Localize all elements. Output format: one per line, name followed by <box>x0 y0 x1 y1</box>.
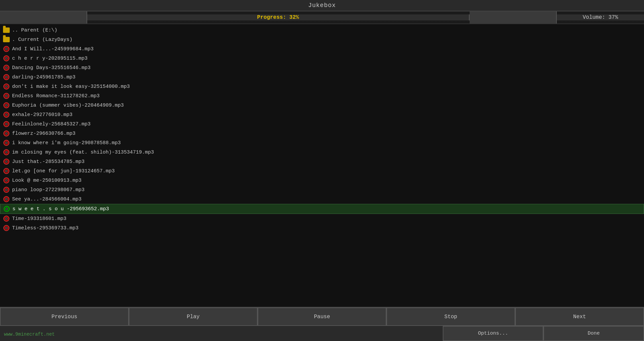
list-item[interactable]: Just that.-285534785.mp3 <box>0 157 644 166</box>
disc-icon <box>3 195 10 203</box>
list-item[interactable]: darling-245961785.mp3 <box>0 72 644 82</box>
progress-left-fill <box>0 11 87 23</box>
list-item[interactable]: Dancing Days-325516546.mp3 <box>0 63 644 72</box>
item-label: don't i make it look easy-325154000.mp3 <box>12 84 130 90</box>
list-item[interactable]: im closing my eyes (feat. shiloh)-313534… <box>0 148 644 157</box>
list-item[interactable]: Euphoria (summer vibes)-220464909.mp3 <box>0 101 644 110</box>
volume-section: Volume: 37% <box>470 11 644 23</box>
disc-icon <box>3 158 10 165</box>
disc-icon <box>3 177 10 184</box>
item-label: See ya...-284566004.mp3 <box>12 196 82 202</box>
item-label: let.go [one for jun]-193124657.mp3 <box>12 168 115 174</box>
item-label: . Current (LazyDays) <box>12 37 72 43</box>
app-title: Jukebox <box>308 2 336 9</box>
folder-icon <box>3 36 10 43</box>
item-label: Feelinlonely-256845327.mp3 <box>12 121 91 127</box>
volume-left-fill <box>470 11 557 23</box>
list-item[interactable]: flowerz-296630766.mp3 <box>0 129 644 138</box>
disc-icon <box>3 139 10 147</box>
progress-center: Progress: 32% <box>87 14 470 20</box>
list-item[interactable]: Feelinlonely-256845327.mp3 <box>0 119 644 129</box>
disc-icon <box>3 64 10 71</box>
status-bar: Progress: 32% Volume: 37% <box>0 11 644 24</box>
options-button[interactable]: Options... <box>443 326 543 341</box>
item-label: s w e e t . s o u -295693652.mp3 <box>12 206 109 212</box>
item-label: Endless Romance-311278262.mp3 <box>12 93 100 99</box>
disc-icon <box>3 130 10 137</box>
item-label: flowerz-296630766.mp3 <box>12 131 75 136</box>
progress-text: Progress: 32% <box>257 14 299 20</box>
disc-icon <box>3 83 10 90</box>
list-item[interactable]: Timeless-295369733.mp3 <box>0 223 644 233</box>
controls-row: Previous Play Pause Stop Next <box>0 307 644 326</box>
item-label: darling-245961785.mp3 <box>12 74 75 80</box>
disc-icon <box>3 167 10 175</box>
disc-icon <box>3 186 10 193</box>
volume-center: Volume: 37% <box>557 14 644 20</box>
item-label: im closing my eyes (feat. shiloh)-313534… <box>12 150 154 155</box>
pause-button[interactable]: Pause <box>258 307 386 326</box>
list-item[interactable]: let.go [one for jun]-193124657.mp3 <box>0 166 644 176</box>
list-item[interactable]: i know where i'm going-290878588.mp3 <box>0 138 644 148</box>
controls-bar: Previous Play Pause Stop Next Options...… <box>0 307 644 341</box>
stop-button[interactable]: Stop <box>386 307 515 326</box>
item-label: i know where i'm going-290878588.mp3 <box>12 140 121 146</box>
done-button[interactable]: Done <box>543 326 644 341</box>
item-label: Time-193318601.mp3 <box>12 216 66 222</box>
disc-icon <box>3 102 10 109</box>
disc-icon <box>3 215 10 222</box>
disc-icon <box>3 120 10 128</box>
next-button[interactable]: Next <box>515 307 644 326</box>
disc-icon <box>3 55 10 62</box>
item-label: Euphoria (summer vibes)-220464909.mp3 <box>12 103 124 108</box>
list-item[interactable]: And I Will...-245999684.mp3 <box>0 44 644 54</box>
item-label: Timeless-295369733.mp3 <box>12 225 78 231</box>
disc-icon <box>3 149 10 156</box>
list-item[interactable]: .. Parent (E:\) <box>0 25 644 35</box>
disc-icon <box>3 73 10 81</box>
volume-text: Volume: 37% <box>583 14 618 20</box>
disc-icon <box>3 92 10 100</box>
progress-section: Progress: 32% <box>0 11 470 23</box>
list-item[interactable]: Time-193318601.mp3 <box>0 214 644 223</box>
list-item[interactable]: See ya...-284566004.mp3 <box>0 194 644 204</box>
list-item[interactable]: Endless Romance-311278262.mp3 <box>0 91 644 101</box>
item-label: Dancing Days-325516546.mp3 <box>12 65 91 71</box>
disc-playing-icon <box>3 205 10 213</box>
list-item[interactable]: . Current (LazyDays) <box>0 35 644 44</box>
item-label: .. Parent (E:\) <box>12 27 57 33</box>
item-label: Just that.-285534785.mp3 <box>12 159 85 165</box>
list-item[interactable]: exhale-292776010.mp3 <box>0 110 644 119</box>
list-item[interactable]: Look @ me-250100913.mp3 <box>0 176 644 185</box>
item-label: And I Will...-245999684.mp3 <box>12 46 94 52</box>
previous-button[interactable]: Previous <box>0 307 129 326</box>
watermark: www.9minecraft.net <box>4 332 55 337</box>
disc-icon <box>3 224 10 232</box>
play-button[interactable]: Play <box>129 307 258 326</box>
list-item[interactable]: don't i make it look easy-325154000.mp3 <box>0 82 644 91</box>
file-list[interactable]: .. Parent (E:\). Current (LazyDays)And I… <box>0 24 644 307</box>
app-container: Jukebox Progress: 32% Volume: 37% .. Par… <box>0 0 644 341</box>
controls-row-2: Options... Done <box>0 326 644 341</box>
list-item[interactable]: c h e r r y-202895115.mp3 <box>0 54 644 63</box>
list-item[interactable]: piano loop-272298067.mp3 <box>0 185 644 194</box>
title-bar: Jukebox <box>0 0 644 11</box>
item-label: c h e r r y-202895115.mp3 <box>12 56 88 61</box>
item-label: exhale-292776010.mp3 <box>12 112 72 118</box>
item-label: Look @ me-250100913.mp3 <box>12 178 82 183</box>
disc-icon <box>3 111 10 118</box>
disc-icon <box>3 45 10 53</box>
item-label: piano loop-272298067.mp3 <box>12 187 85 193</box>
folder-icon <box>3 26 10 34</box>
list-item[interactable]: s w e e t . s o u -295693652.mp3 <box>0 204 644 214</box>
